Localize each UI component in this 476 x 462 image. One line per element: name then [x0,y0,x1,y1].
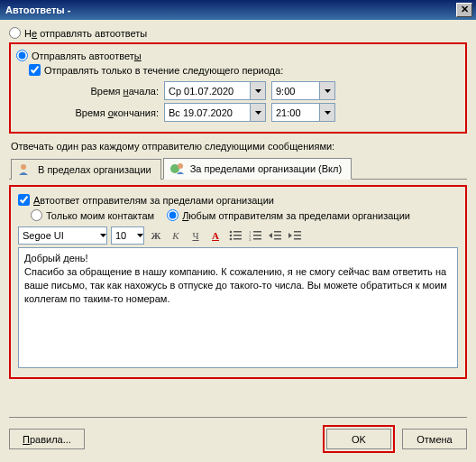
checkbox-period[interactable]: Отправлять только в течение следующего п… [29,64,460,76]
svg-rect-16 [253,231,261,233]
chevron-down-icon[interactable] [250,82,265,99]
svg-point-9 [230,231,233,234]
font-name-select[interactable]: Segoe UI [18,226,107,245]
tab-inside-label: В пределах организации [38,164,151,175]
radio-any-sender[interactable]: Любым отправителям за пределами организа… [167,209,410,221]
external-reply-group: Автоответ отправителям за пределами орга… [9,185,467,379]
radio-contacts-only[interactable]: Только моим контактам [31,209,154,221]
ok-button-label: OK [352,434,366,445]
row-start: Время начала: Ср 01.07.2020 9:00 [47,81,460,100]
svg-point-6 [178,163,183,169]
chevron-down-icon[interactable] [250,104,265,121]
radio-any-sender-input[interactable] [167,209,178,221]
svg-marker-2 [255,111,261,115]
checkbox-external-reply-label: Автоответ отправителям за пределами орга… [33,195,274,206]
message-body: Спасибо за обращение в нашу компанию. К … [24,265,452,306]
radio-send[interactable]: Отправлять автоответы [16,50,460,61]
chevron-down-icon[interactable] [319,82,334,99]
numbered-list-button[interactable]: 123 [247,227,263,244]
svg-rect-27 [294,235,301,236]
svg-rect-12 [233,235,242,236]
svg-rect-20 [253,238,261,240]
message-greeting: Добрый день! [24,252,452,265]
end-time-value: 21:00 [276,107,319,118]
svg-rect-28 [294,238,301,240]
rules-button[interactable]: Правила... [9,429,85,449]
cancel-button-label: Отмена [416,434,452,445]
svg-rect-24 [274,238,281,240]
start-time-value: 9:00 [276,86,319,97]
radio-contacts-only-input[interactable] [31,209,42,221]
svg-rect-10 [233,231,242,233]
editor-toolbar: Segoe UI 10 Ж К Ч А 123 [18,226,458,245]
chevron-down-icon[interactable] [100,234,106,237]
cancel-button[interactable]: Отмена [402,429,467,449]
chevron-down-icon[interactable] [319,104,334,121]
svg-marker-8 [137,234,143,237]
svg-rect-18 [253,235,261,236]
outdent-button[interactable] [267,227,283,244]
svg-rect-26 [294,231,301,233]
tab-bar: В пределах организации За пределами орга… [9,157,467,180]
font-size-select[interactable]: 10 [111,226,144,245]
dialog-content: Не отправлять автоответы Отправлять авто… [0,20,476,384]
checkbox-period-label: Отправлять только в течение следующего п… [44,65,283,76]
svg-marker-3 [325,111,331,115]
window-title: Автоответы - [5,5,456,15]
font-size-value: 10 [115,230,137,241]
end-date-value: Вс 19.07.2020 [169,107,250,118]
close-icon[interactable]: ✕ [456,3,472,17]
start-label: Время начала: [47,86,164,97]
start-date-combo[interactable]: Ср 01.07.2020 [164,81,266,100]
dialog-footer: Правила... OK Отмена [9,417,467,453]
svg-point-11 [230,235,233,237]
bold-button[interactable]: Ж [148,227,164,244]
ok-highlight: OK [323,425,395,453]
checkbox-period-input[interactable] [29,64,41,76]
svg-marker-7 [100,234,106,237]
radio-send-label: Отправлять автоответы [32,51,142,61]
chevron-down-icon[interactable] [137,234,143,237]
svg-marker-21 [269,233,272,238]
italic-button[interactable]: К [168,227,184,244]
svg-text:3: 3 [249,237,252,241]
tab-outside-org[interactable]: За пределами организации (Вкл) [163,158,352,180]
row-end: Время окончания: Вс 19.07.2020 21:00 [47,103,460,122]
svg-point-13 [230,238,233,241]
start-date-value: Ср 01.07.2020 [169,86,250,97]
radio-dont-send[interactable]: Не отправлять автоответы [9,27,467,39]
svg-point-4 [21,164,26,170]
font-color-button[interactable]: А [207,227,224,244]
svg-marker-0 [255,89,261,93]
svg-rect-23 [274,235,281,236]
indent-button[interactable] [287,227,303,244]
radio-send-input[interactable] [16,50,28,61]
reply-note: Отвечать один раз каждому отправителю сл… [11,141,465,152]
bullet-list-button[interactable] [227,227,243,244]
message-editor[interactable]: Добрый день! Спасибо за обращение в нашу… [18,247,458,368]
svg-rect-22 [274,231,281,233]
start-time-combo[interactable]: 9:00 [271,81,335,100]
end-label: Время окончания: [47,107,164,118]
radio-dont-send-input[interactable] [9,27,21,39]
font-name-value: Segoe UI [23,230,100,241]
tab-outside-label: За пределами организации (Вкл) [190,163,342,174]
send-autoreply-group: Отправлять автоответы Отправлять только … [9,42,467,134]
ok-button[interactable]: OK [326,429,391,449]
radio-dont-send-label: Не отправлять автоответы [24,28,147,39]
tab-inside-org[interactable]: В пределах организации [11,159,161,180]
radio-contacts-only-label: Только моим контактам [46,210,154,221]
radio-any-sender-label: Любым отправителям за пределами организа… [182,210,410,221]
globe-person-icon [169,162,186,176]
external-scope-row: Только моим контактам Любым отправителям… [31,209,458,221]
svg-marker-1 [325,89,331,93]
checkbox-external-reply[interactable]: Автоответ отправителям за пределами орга… [18,194,458,206]
person-icon [17,162,33,177]
end-date-combo[interactable]: Вс 19.07.2020 [164,103,266,122]
underline-button[interactable]: Ч [188,227,204,244]
end-time-combo[interactable]: 21:00 [271,103,335,122]
svg-rect-14 [233,238,242,240]
svg-marker-25 [288,233,292,238]
checkbox-external-reply-input[interactable] [18,194,30,206]
titlebar: Автоответы - ✕ [0,0,476,20]
